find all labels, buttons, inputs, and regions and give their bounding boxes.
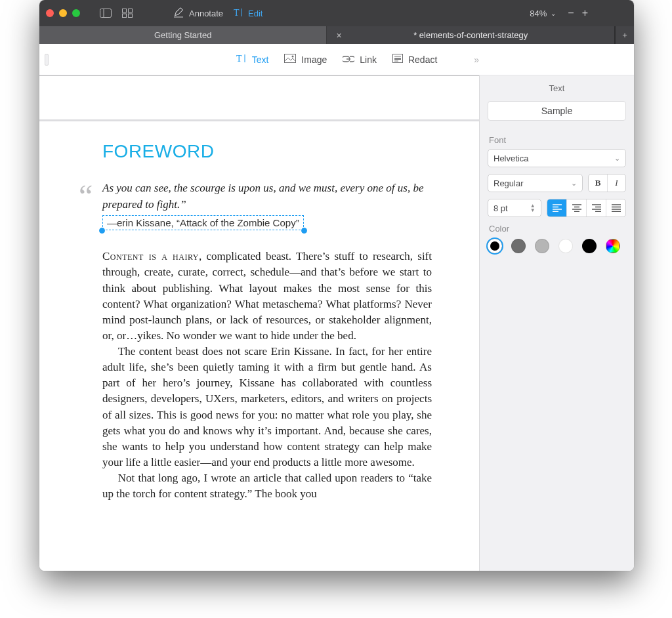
font-family-value: Helvetica <box>494 154 528 163</box>
svg-rect-3 <box>129 9 133 13</box>
font-section-label: Font <box>489 135 626 145</box>
quote-block: “ As you can see, the scourge is upon us… <box>102 180 432 230</box>
close-window-button[interactable] <box>46 9 54 17</box>
para2: The content beast does not scare Erin Ki… <box>102 344 432 470</box>
color-swatches <box>488 239 626 253</box>
svg-point-12 <box>292 56 294 58</box>
svg-rect-15 <box>394 58 401 60</box>
tab-label: * elements-of-content-strategy <box>413 30 528 40</box>
page-scrubber[interactable] <box>45 54 49 66</box>
svg-rect-0 <box>100 9 112 18</box>
align-right-button[interactable] <box>586 199 606 216</box>
titlebar: Annotate T Edit 84% ⌄ − + <box>39 0 634 26</box>
text-align-group <box>547 199 626 217</box>
byline-name: erin Kissane, <box>117 217 177 228</box>
align-left-button[interactable] <box>547 199 567 216</box>
page-gap <box>39 75 479 121</box>
text-tool-label: Text <box>252 54 269 65</box>
zoom-value: 84% <box>530 9 547 18</box>
image-tool-icon <box>284 54 296 65</box>
selection-handle-left[interactable] <box>99 228 105 234</box>
tab-bar: Getting Started × * elements-of-content-… <box>39 26 634 44</box>
app-window: Annotate T Edit 84% ⌄ − + Getting Starte… <box>39 0 634 571</box>
svg-rect-2 <box>123 9 127 13</box>
color-swatch-multicolor[interactable] <box>606 239 620 253</box>
svg-rect-4 <box>123 14 127 18</box>
tab-getting-started[interactable]: Getting Started <box>39 26 327 44</box>
link-tool-label: Link <box>360 54 377 65</box>
bold-italic-group: B I <box>588 174 626 192</box>
bold-button[interactable]: B <box>589 175 607 192</box>
color-swatch-black[interactable] <box>582 239 597 253</box>
edit-mode-button[interactable]: T Edit <box>234 7 262 20</box>
quote-mark-icon: “ <box>79 178 93 214</box>
para1-rest: , complicated beast. There’s stuff to re… <box>102 250 432 342</box>
chevron-down-icon: ⌄ <box>551 10 556 17</box>
color-swatch-gray-light[interactable] <box>535 239 549 253</box>
svg-text:T: T <box>234 8 240 18</box>
svg-text:T: T <box>236 54 242 64</box>
italic-button[interactable]: I <box>607 175 625 192</box>
byline-work: “Attack of the Zombie Copy” <box>177 217 299 228</box>
edit-tool-link[interactable]: Link <box>343 54 377 65</box>
grid-view-icon[interactable] <box>122 9 133 18</box>
annotate-mode-button[interactable]: Annotate <box>173 7 223 20</box>
align-justify-button[interactable] <box>606 199 625 216</box>
selected-text-box[interactable]: —erin Kissane, “Attack of the Zombie Cop… <box>102 215 304 230</box>
para3: Not that long ago, I wrote an article th… <box>102 470 432 502</box>
font-style-value: Regular <box>494 178 524 188</box>
quote-text[interactable]: As you can see, the scourge is upon us, … <box>102 180 432 213</box>
svg-rect-11 <box>285 54 296 63</box>
sidebar-toggle-icon[interactable] <box>100 9 112 18</box>
pencil-icon <box>173 7 184 20</box>
tab-label: Getting Started <box>154 30 211 40</box>
heading-foreword: FOREWORD <box>102 141 432 162</box>
tab-elements-of-content-strategy[interactable]: × * elements-of-content-strategy <box>327 26 614 44</box>
edit-tool-image[interactable]: Image <box>284 54 327 65</box>
body-text[interactable]: Content is a hairy, complicated beast. T… <box>102 249 432 502</box>
document-view[interactable]: FOREWORD “ As you can see, the scourge i… <box>39 75 479 571</box>
color-section-label: Color <box>489 224 626 234</box>
inspector-panel: Text Sample Font Helvetica ⌄ Regular ⌄ B… <box>479 75 634 571</box>
font-size-select[interactable]: 8 pt ▲▼ <box>488 199 541 217</box>
para1-lead: Content is a hairy <box>102 250 199 262</box>
collapse-inspector-icon[interactable]: » <box>474 54 479 65</box>
redact-tool-label: Redact <box>408 54 437 65</box>
text-tool-icon: T <box>236 53 247 66</box>
window-controls <box>46 9 80 17</box>
zoom-dropdown[interactable]: 84% ⌄ <box>530 9 556 18</box>
edit-toolbar: T Text Image Link Redact » <box>39 44 634 75</box>
zoom-out-button[interactable]: − <box>568 7 574 19</box>
font-style-select[interactable]: Regular ⌄ <box>488 174 583 192</box>
color-swatch-black-selected[interactable] <box>488 239 502 253</box>
redact-tool-icon <box>392 54 403 65</box>
close-tab-icon[interactable]: × <box>336 30 341 41</box>
align-center-button[interactable] <box>566 199 586 216</box>
edit-label: Edit <box>248 9 262 18</box>
chevron-down-icon: ⌄ <box>614 154 620 163</box>
document-page: FOREWORD “ As you can see, the scourge i… <box>45 128 479 571</box>
content-area: FOREWORD “ As you can see, the scourge i… <box>39 75 634 571</box>
font-size-value: 8 pt <box>494 203 508 213</box>
stepper-icon: ▲▼ <box>530 203 536 213</box>
edit-tool-text[interactable]: T Text <box>236 53 269 66</box>
inspector-title: Text <box>488 83 626 93</box>
zoom-in-button[interactable]: + <box>582 7 588 19</box>
chevron-down-icon: ⌄ <box>571 179 577 188</box>
minimize-window-button[interactable] <box>59 9 67 17</box>
byline-dash: — <box>107 217 117 228</box>
font-sample: Sample <box>488 101 626 121</box>
edit-tool-redact[interactable]: Redact <box>392 54 437 65</box>
color-swatch-white[interactable] <box>558 239 573 253</box>
annotate-label: Annotate <box>189 9 223 18</box>
svg-rect-5 <box>129 14 133 18</box>
font-family-select[interactable]: Helvetica ⌄ <box>488 149 626 167</box>
selection-handle-right[interactable] <box>301 228 307 234</box>
image-tool-label: Image <box>301 54 327 65</box>
zoom-window-button[interactable] <box>72 9 80 17</box>
text-cursor-icon: T <box>234 7 243 20</box>
link-tool-icon <box>343 54 354 65</box>
new-tab-button[interactable]: + <box>615 26 634 44</box>
color-swatch-gray-dark[interactable] <box>511 239 526 253</box>
